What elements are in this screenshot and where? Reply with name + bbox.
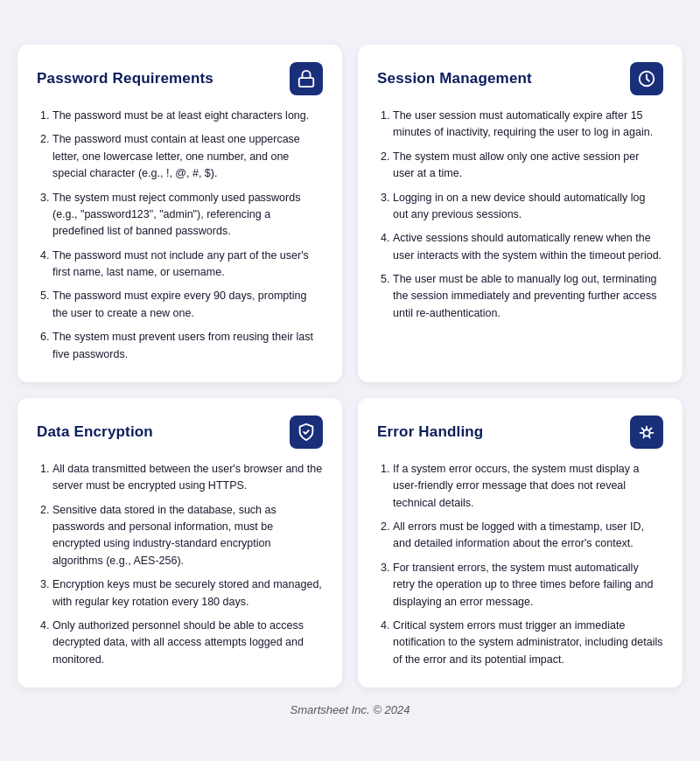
list-item: All data transmitted between the user's … — [52, 461, 323, 495]
list-session-management: The user session must automatically expi… — [377, 108, 663, 322]
bug-icon — [630, 415, 663, 449]
list-password-requirements: The password must be at least eight char… — [37, 108, 323, 363]
list-error-handling: If a system error occurs, the system mus… — [377, 461, 663, 668]
card-title-session-management: Session Management — [377, 70, 532, 87]
list-item: Critical system errors must trigger an i… — [393, 618, 663, 668]
list-item: Logging in on a new device should automa… — [393, 190, 663, 224]
card-header-password-requirements: Password Requirements — [37, 62, 323, 95]
list-item: All errors must be logged with a timesta… — [393, 519, 663, 553]
card-title-data-encryption: Data Encryption — [37, 423, 153, 441]
card-error-handling: Error HandlingIf a system error occurs, … — [358, 398, 682, 688]
list-item: The user session must automatically expi… — [393, 108, 663, 142]
card-header-error-handling: Error Handling — [377, 415, 663, 449]
list-item: The password must contain at least one u… — [52, 131, 323, 182]
list-item: The system must prevent users from reusi… — [52, 329, 323, 363]
list-item: For transient errors, the system must au… — [393, 560, 663, 611]
svg-rect-0 — [299, 78, 314, 87]
list-data-encryption: All data transmitted between the user's … — [37, 461, 323, 668]
list-item: The password must not include any part o… — [52, 248, 323, 282]
shield-icon — [290, 415, 323, 449]
card-data-encryption: Data EncryptionAll data transmitted betw… — [18, 398, 342, 688]
list-item: Only authorized personnel should be able… — [52, 618, 323, 668]
card-session-management: Session ManagementThe user session must … — [358, 45, 682, 382]
list-item: Encryption keys must be securely stored … — [52, 576, 323, 611]
card-password-requirements: Password RequirementsThe password must b… — [18, 45, 342, 382]
list-item: Sensitive data stored in the database, s… — [52, 502, 323, 570]
card-title-password-requirements: Password Requirements — [37, 70, 214, 87]
svg-point-2 — [643, 429, 649, 436]
list-item: The password must be at least eight char… — [52, 108, 323, 124]
clock-icon — [630, 62, 663, 95]
card-title-error-handling: Error Handling — [377, 423, 483, 441]
list-item: The user must be able to manually log ou… — [393, 271, 663, 322]
list-item: The password must expire every 90 days, … — [52, 288, 323, 322]
card-header-data-encryption: Data Encryption — [37, 415, 323, 449]
list-item: If a system error occurs, the system mus… — [393, 461, 663, 512]
list-item: The system must allow only one active se… — [393, 149, 663, 183]
card-header-session-management: Session Management — [377, 62, 663, 95]
cards-grid: Password RequirementsThe password must b… — [18, 45, 682, 688]
footer-text: Smartsheet Inc. © 2024 — [18, 703, 682, 716]
list-item: Active sessions should automatically ren… — [393, 230, 663, 264]
list-item: The system must reject commonly used pas… — [52, 190, 323, 241]
lock-icon — [290, 62, 323, 95]
